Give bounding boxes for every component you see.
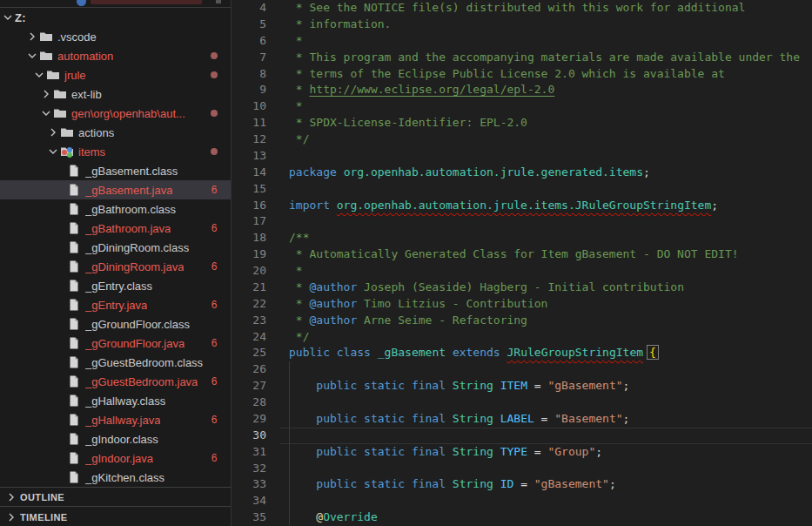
code-line-29[interactable]: 29 public static final String LABEL = "B… — [232, 411, 812, 428]
code-line-content: * @author Joseph (Seaside) Hagberg - Ini… — [289, 280, 684, 296]
file-icon — [67, 183, 81, 197]
tree-item-.vscode[interactable]: .vscode — [0, 27, 231, 46]
code-token: String — [453, 477, 493, 490]
tree-item-label: _gHallway.class — [85, 394, 165, 408]
chevron-spacer — [52, 432, 67, 446]
code-line-content: * @author Timo Litzius - Contribution — [289, 296, 547, 313]
code-line-26[interactable]: 26 — [232, 361, 812, 378]
code-line-24[interactable]: 24 */ — [232, 329, 812, 346]
code-line-9[interactable]: 9 * http://www.eclipse.org/legal/epl-2.0 — [232, 82, 812, 98]
tree-item-_ggroundfloor.class[interactable]: _gGroundFloor.class — [0, 314, 231, 334]
tree-item-ext-lib[interactable]: ext-lib — [0, 84, 231, 104]
code-line-19[interactable]: 19 * Automatically Generated Class for I… — [232, 246, 812, 263]
tree-item-label: _gIndoor.java — [85, 452, 153, 465]
tree-item-gen-org-openhab-aut...[interactable]: gen\org\openhab\aut... — [0, 104, 231, 123]
code-line-31[interactable]: 31 public static final String TYPE = "Gr… — [232, 444, 812, 461]
code-line-5[interactable]: 5 * information. — [232, 17, 812, 33]
code-line-20[interactable]: 20 * — [232, 263, 812, 280]
clipped-tree-row[interactable] — [0, 0, 231, 8]
line-number: 4 — [232, 0, 266, 17]
code-token — [446, 477, 453, 490]
tree-item-actions[interactable]: actions — [0, 123, 231, 142]
line-number: 28 — [232, 394, 266, 411]
current-line-highlight — [280, 428, 812, 444]
tree-root-z[interactable]: Z: — [0, 8, 231, 27]
code-line-25[interactable]: 25public class _gBasement extends JRuleG… — [232, 345, 812, 361]
code-line-7[interactable]: 7 * This program and the accompanying ma… — [232, 50, 812, 66]
code-line-content: @Override — [289, 509, 378, 526]
timeline-panel-header[interactable]: TIMELINE — [0, 506, 231, 526]
code-line-14[interactable]: 14package org.openhab.automation.jrule.g… — [232, 165, 812, 181]
tree-item-items[interactable]: items — [0, 142, 231, 161]
tree-item-_gbasement.class[interactable]: _gBasement.class — [0, 161, 231, 180]
chevron-spacer — [52, 470, 67, 484]
tree-item-_ghallway.java[interactable]: _gHallway.java6 — [0, 410, 231, 429]
tree-item-label: _gGuestBedroom.class — [85, 356, 203, 369]
code-line-28[interactable]: 28 — [232, 394, 812, 411]
tree-item-_gkitchen.class[interactable]: _gKitchen.class — [0, 468, 231, 487]
chevron-spacer — [52, 164, 67, 178]
code-token: public static final — [316, 445, 446, 458]
code-line-23[interactable]: 23 * @author Arne Seime - Refactoring — [232, 313, 812, 329]
chevron-spacer — [52, 355, 67, 369]
code-line-16[interactable]: 16import org.openhab.automation.jrule.it… — [232, 198, 812, 214]
code-line-22[interactable]: 22 * @author Timo Litzius - Contribution — [232, 296, 812, 313]
code-line-6[interactable]: 6 * — [232, 33, 812, 50]
tree-item-_gbathroom.java[interactable]: _gBathroom.java6 — [0, 219, 231, 238]
chevron-spacer — [52, 451, 67, 465]
modified-dot-badge — [206, 104, 222, 123]
tree-item-jrule[interactable]: jrule — [0, 65, 231, 84]
code-line-33[interactable]: 33 public static final String ID = "gBas… — [232, 476, 812, 493]
clipped-decoration — [216, 0, 221, 3]
code-token: public — [289, 346, 330, 359]
code-line-30[interactable]: 30 — [232, 428, 812, 444]
code-line-32[interactable]: 32 — [232, 461, 812, 477]
code-line-11[interactable]: 11 * SPDX-License-Identifier: EPL-2.0 — [232, 115, 812, 132]
code-token: * — [289, 99, 303, 112]
tree-item-_ghallway.class[interactable]: _gHallway.class — [0, 391, 231, 410]
code-token: package — [289, 165, 337, 179]
tree-item-_gindoor.class[interactable]: _gIndoor.class — [0, 429, 231, 448]
tree-item-_gguestbedroom.java[interactable]: _gGuestBedroom.java6 — [0, 372, 231, 391]
code-line-content: * SPDX-License-Identifier: EPL-2.0 — [289, 115, 527, 132]
tree-item-_gdiningroom.java[interactable]: _gDiningRoom.java6 — [0, 257, 231, 276]
code-line-27[interactable]: 27 public static final String ITEM = "gB… — [232, 378, 812, 394]
code-line-18[interactable]: 18/** — [232, 230, 812, 246]
tree-item-_ggroundfloor.java[interactable]: _gGroundFloor.java6 — [0, 334, 231, 353]
line-number: 34 — [232, 493, 266, 509]
code-line-21[interactable]: 21 * @author Joseph (Seaside) Hagberg - … — [232, 280, 812, 296]
code-line-35[interactable]: 35 @Override — [232, 509, 812, 526]
tree-item-_gdiningroom.class[interactable]: _gDiningRoom.class — [0, 238, 231, 257]
tree-item-_gbathroom.class[interactable]: _gBathroom.class — [0, 199, 231, 219]
file-icon — [67, 298, 81, 312]
code-line-content: import org.openhab.automation.jrule.item… — [289, 198, 718, 214]
code-token: @author — [309, 280, 357, 293]
code-line-4[interactable]: 4 * See the NOTICE file(s) distributed w… — [232, 0, 812, 17]
tree-item-label: _gBathroom.class — [85, 203, 176, 216]
outline-panel-header[interactable]: OUTLINE — [0, 487, 231, 506]
tree-item-label: _gGroundFloor.class — [85, 318, 190, 331]
code-lines: 4 * See the NOTICE file(s) distributed w… — [232, 0, 812, 526]
tree-item-_gindoor.java[interactable]: _gIndoor.java6 — [0, 448, 231, 468]
tree-item-_gentry.class[interactable]: _gEntry.class — [0, 276, 231, 295]
code-line-8[interactable]: 8 * terms of the Eclipse Public License … — [232, 66, 812, 83]
code-line-34[interactable]: 34 — [232, 493, 812, 509]
tree-item-_gguestbedroom.class[interactable]: _gGuestBedroom.class — [0, 353, 231, 372]
code-line-12[interactable]: 12 */ — [232, 132, 812, 148]
code-token — [289, 445, 316, 458]
line-number: 19 — [232, 246, 266, 263]
code-line-13[interactable]: 13 — [232, 148, 812, 165]
code-line-10[interactable]: 10 * — [232, 98, 812, 115]
line-number: 9 — [232, 82, 266, 98]
tree-item-_gentry.java[interactable]: _gEntry.java6 — [0, 295, 231, 314]
code-line-17[interactable]: 17 — [232, 213, 812, 230]
code-token: TYPE — [500, 445, 527, 458]
code-line-15[interactable]: 15 — [232, 181, 812, 198]
line-number: 24 — [232, 329, 266, 346]
code-line-content: * This program and the accompanying mate… — [289, 50, 800, 66]
explorer-sidebar: Z: .vscodeautomationjruleext-libgen\org\… — [0, 0, 232, 526]
tree-item-automation[interactable]: automation — [0, 46, 231, 65]
line-number: 31 — [232, 444, 266, 461]
matched-bracket: { — [647, 345, 659, 360]
tree-item-_gbasement.java[interactable]: _gBasement.java6 — [0, 180, 231, 199]
